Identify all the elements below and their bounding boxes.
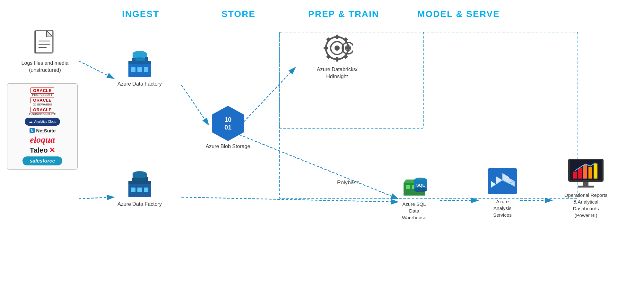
svg-rect-51	[137, 188, 142, 192]
sql-dw-node: SQL Azure SQL Data Warehouse	[388, 163, 440, 221]
svg-rect-39	[326, 54, 331, 59]
svg-line-10	[79, 61, 114, 79]
analysis-services-label: Azure Analysis Services	[477, 198, 528, 218]
svg-rect-53	[145, 177, 148, 183]
svg-point-62	[414, 187, 427, 192]
svg-rect-29	[145, 57, 148, 63]
svg-rect-30	[132, 58, 135, 63]
data-factory-top-label: Azure Data Factory	[114, 81, 165, 87]
svg-text:Polybase: Polybase	[337, 180, 360, 186]
data-factory-top: Azure Data Factory	[114, 50, 165, 87]
svg-rect-33	[336, 35, 338, 39]
svg-rect-52	[144, 188, 148, 192]
svg-rect-75	[573, 172, 577, 179]
svg-rect-54	[132, 178, 135, 183]
svg-rect-26	[131, 67, 135, 72]
svg-rect-50	[131, 188, 135, 192]
data-factory-bottom-label: Azure Data Factory	[114, 201, 165, 207]
svg-text:SQL: SQL	[416, 183, 425, 188]
databricks-node: Azure Databricks/ HdInsight	[308, 32, 366, 80]
svg-rect-38	[344, 37, 348, 42]
databricks-label: Azure Databricks/ HdInsight	[308, 66, 366, 80]
svg-rect-28	[144, 67, 148, 72]
blob-storage: 1001 Azure Blob Storage	[205, 106, 250, 149]
svg-line-16	[181, 197, 398, 202]
analysis-services-node: Azure Analysis Services	[477, 167, 528, 218]
svg-rect-80	[583, 182, 588, 186]
svg-line-11	[79, 197, 114, 199]
data-factory-bottom: Azure Data Factory	[114, 170, 165, 207]
svg-line-12	[181, 85, 209, 125]
power-bi-label: Operational Reports & Analytical Dashboa…	[552, 192, 620, 219]
svg-rect-76	[578, 168, 582, 179]
svg-rect-81	[578, 186, 594, 188]
svg-line-15	[239, 135, 398, 199]
svg-rect-40	[344, 54, 348, 59]
svg-rect-27	[137, 67, 142, 72]
svg-rect-78	[588, 167, 592, 179]
svg-point-44	[347, 47, 349, 49]
power-bi-node: Operational Reports & Analytical Dashboa…	[552, 157, 620, 219]
svg-rect-37	[326, 37, 331, 42]
svg-point-41	[335, 46, 340, 51]
svg-rect-35	[324, 47, 328, 49]
svg-rect-79	[594, 163, 597, 179]
sql-dw-label: Azure SQL Data Warehouse	[388, 201, 440, 221]
blob-storage-label: Azure Blob Storage	[205, 144, 250, 149]
svg-rect-34	[336, 57, 338, 62]
svg-rect-77	[583, 165, 587, 179]
svg-rect-57	[406, 185, 410, 189]
